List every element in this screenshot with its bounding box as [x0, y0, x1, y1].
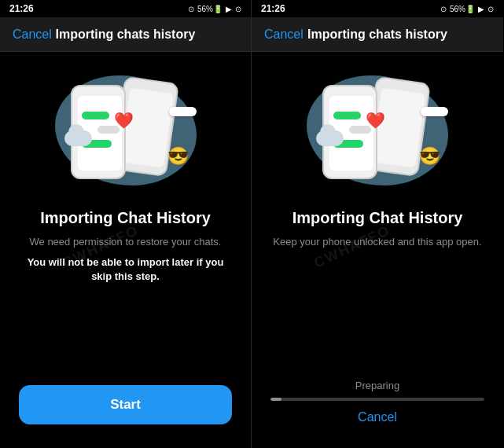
- signal2-icon: ⊙: [235, 5, 241, 13]
- battery-icon-right: 56%🔋: [450, 5, 475, 13]
- progress-area: Preparing: [270, 380, 484, 401]
- bottom-right: Preparing Cancel: [252, 367, 503, 448]
- start-button[interactable]: Start: [19, 385, 232, 424]
- wifi-icon: ⊙: [188, 5, 194, 13]
- warning-text-left: You will not be able to import later if …: [19, 255, 232, 284]
- illustration-right: ❤️ 😎: [252, 52, 503, 201]
- nav-bar-right: Cancel Importing chats history: [252, 17, 503, 52]
- status-bar-left: 21:26 ⊙ 56%🔋 ▶ ⊙: [0, 0, 251, 17]
- cloud-left: [64, 130, 92, 146]
- sub-text-left: We need permission to restore your chats…: [30, 235, 222, 249]
- chat-bubble-r1: [333, 112, 361, 119]
- content-right: Importing Chat History Keep your phone u…: [252, 201, 503, 367]
- heart-emoji-left: ❤️: [114, 111, 134, 130]
- progress-bar-container: [270, 398, 484, 401]
- signal-icon-right: ▶: [478, 5, 484, 13]
- smile-emoji-right: 😎: [419, 146, 440, 167]
- battery-icon: 56%🔋: [197, 5, 223, 13]
- progress-label: Preparing: [355, 380, 399, 391]
- smile-emoji-left: 😎: [167, 146, 189, 167]
- cancel-button-right-nav[interactable]: Cancel: [264, 28, 304, 42]
- status-time-right: 21:26: [261, 3, 285, 14]
- heart-emoji-right: ❤️: [366, 111, 385, 130]
- cancel-button-right[interactable]: Cancel: [358, 410, 397, 424]
- main-title-left: Importing Chat History: [40, 209, 211, 227]
- panel-right: 21:26 ⊙ 56%🔋 ▶ ⊙ Cancel Importing chats …: [252, 0, 503, 448]
- signal-icon: ▶: [226, 5, 232, 13]
- cancel-button-left[interactable]: Cancel: [13, 28, 52, 42]
- status-time-left: 21:26: [9, 3, 34, 14]
- signal2-icon-right: ⊙: [487, 5, 494, 13]
- chat-bubble-float-right: [421, 107, 448, 116]
- status-bar-right: 21:26 ⊙ 56%🔋 ▶ ⊙: [252, 0, 503, 17]
- status-icons-left: ⊙ 56%🔋 ▶ ⊙: [188, 5, 241, 13]
- sub-text-right: Keep your phone unlocked and this app op…: [273, 235, 481, 249]
- wifi-icon-right: ⊙: [440, 5, 447, 13]
- nav-title-right: Importing chats history: [304, 28, 451, 42]
- chat-bubble-1: [82, 112, 109, 119]
- chat-bubble-float-left: [169, 107, 197, 116]
- panel-left: 21:26 ⊙ 56%🔋 ▶ ⊙ Cancel Importing chats …: [0, 0, 252, 448]
- main-title-right: Importing Chat History: [292, 209, 463, 227]
- bottom-left: Start: [0, 373, 251, 448]
- content-left: Importing Chat History We need permissio…: [0, 201, 251, 373]
- progress-bar-fill: [270, 398, 281, 401]
- nav-bar-left: Cancel Importing chats history: [0, 17, 251, 52]
- illustration-left: ❤️ 😎: [0, 52, 251, 201]
- cloud-right: [316, 130, 344, 146]
- nav-title-left: Importing chats history: [52, 28, 199, 42]
- status-icons-right: ⊙ 56%🔋 ▶ ⊙: [440, 5, 494, 13]
